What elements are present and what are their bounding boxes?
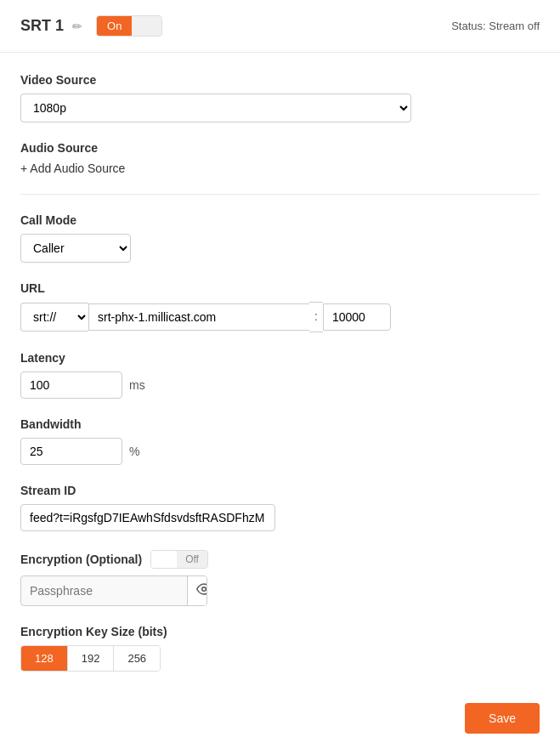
- bandwidth-label: Bandwidth: [20, 417, 540, 431]
- encryption-label: Encryption (Optional): [20, 553, 142, 566]
- toggle-off-area[interactable]: [132, 16, 161, 36]
- enc-toggle-off[interactable]: Off: [177, 551, 207, 568]
- enc-toggle-on[interactable]: [151, 551, 177, 568]
- call-mode-select[interactable]: Caller Listener: [20, 234, 131, 263]
- url-host-input[interactable]: [88, 303, 309, 331]
- key-size-row: 128 192 256: [20, 645, 161, 672]
- key-size-128-button[interactable]: 128: [21, 646, 68, 671]
- key-size-192-button[interactable]: 192: [68, 646, 115, 671]
- audio-source-label: Audio Source: [20, 141, 540, 155]
- latency-unit: ms: [129, 378, 145, 392]
- show-passphrase-button[interactable]: [187, 576, 207, 605]
- edit-icon[interactable]: ✏: [72, 20, 82, 33]
- save-button[interactable]: Save: [465, 703, 540, 734]
- bandwidth-row: %: [20, 438, 540, 465]
- passphrase-input[interactable]: [21, 578, 187, 604]
- status-text: Status: Stream off: [451, 20, 540, 32]
- key-size-256-button[interactable]: 256: [114, 646, 160, 671]
- encryption-toggle[interactable]: Off: [150, 550, 208, 569]
- key-size-label: Encryption Key Size (bits): [20, 625, 540, 638]
- divider: [20, 194, 540, 195]
- url-row: srt:// udp:// :: [20, 302, 540, 332]
- video-source-select[interactable]: 1080p 720p 480p 360p: [20, 94, 411, 122]
- stream-id-group: Stream ID: [20, 484, 540, 531]
- video-source-group: Video Source 1080p 720p 480p 360p: [20, 73, 540, 122]
- url-separator: :: [309, 302, 323, 332]
- latency-input[interactable]: [20, 371, 122, 399]
- save-row: Save: [465, 703, 540, 734]
- key-size-group: Encryption Key Size (bits) 128 192 256: [20, 625, 540, 672]
- stream-id-input[interactable]: [20, 504, 275, 531]
- header: SRT 1 ✏ On Status: Stream off: [0, 0, 560, 53]
- stream-toggle[interactable]: On: [96, 15, 162, 37]
- call-mode-label: Call Mode: [20, 213, 540, 227]
- call-mode-group: Call Mode Caller Listener: [20, 213, 540, 263]
- toggle-on-label[interactable]: On: [97, 16, 132, 36]
- url-port-input[interactable]: [323, 303, 391, 331]
- stream-id-label: Stream ID: [20, 484, 540, 497]
- svg-point-0: [202, 587, 206, 591]
- page-container: SRT 1 ✏ On Status: Stream off Video Sour…: [0, 0, 560, 754]
- latency-row: ms: [20, 371, 540, 399]
- encryption-group: Encryption (Optional) Off: [20, 550, 540, 606]
- bandwidth-unit: %: [129, 445, 139, 458]
- url-label: URL: [20, 281, 540, 295]
- video-source-label: Video Source: [20, 73, 540, 87]
- eye-icon: [196, 581, 207, 597]
- add-audio-source-link[interactable]: + Add Audio Source: [20, 162, 125, 175]
- page-title: SRT 1: [20, 17, 64, 35]
- bandwidth-group: Bandwidth %: [20, 417, 540, 465]
- latency-group: Latency ms: [20, 351, 540, 399]
- passphrase-row: [20, 575, 207, 606]
- latency-label: Latency: [20, 351, 540, 365]
- bandwidth-input[interactable]: [20, 438, 122, 465]
- audio-source-group: Audio Source + Add Audio Source: [20, 141, 540, 175]
- url-protocol-select[interactable]: srt:// udp://: [20, 303, 88, 332]
- url-group: URL srt:// udp:// :: [20, 281, 540, 332]
- content-area: Video Source 1080p 720p 480p 360p Audio …: [0, 53, 560, 711]
- encryption-row: Encryption (Optional) Off: [20, 550, 540, 569]
